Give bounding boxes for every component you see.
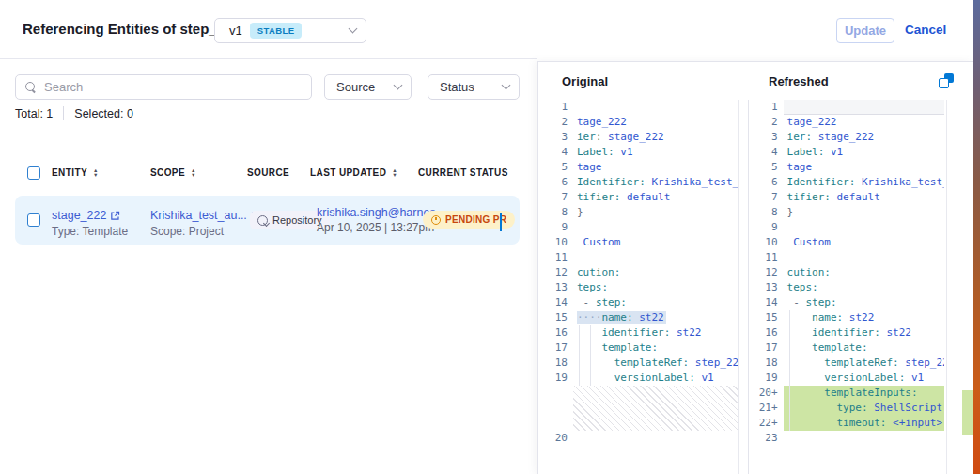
selected-count: Selected: 0 [74,107,133,120]
code-line: 21+ type: ShellScript [749,401,944,416]
cancel-button[interactable]: Cancel [905,23,946,37]
code-line: 9 [538,220,738,235]
page-edge-gradient [973,0,980,474]
line-number: 1 [749,100,784,115]
line-number: 12 [538,265,573,280]
chevron-down-icon [349,24,358,34]
line-number: 10 [538,235,573,250]
code-line: 11 [749,250,944,265]
code-text: cution: [573,265,738,280]
code-text [784,220,944,235]
line-number: 16 [749,325,784,340]
scope-type: Scope: Project [150,225,261,238]
code-line: 12cution: [538,265,738,280]
search-input[interactable] [44,80,302,94]
code-line: 13teps: [749,280,944,295]
code-line: 23 [749,431,944,446]
code-text: teps: [573,280,738,295]
line-number: 11 [749,250,784,265]
drawer-header: Referencing Entities of step_222 v1 STAB… [0,0,980,58]
status-filter-dropdown[interactable]: Status [428,74,520,100]
entity-cell: stage_222 Type: Template [52,206,128,238]
code-line: 18 templateRef: step_222 [749,356,944,371]
line-number: 11 [538,250,573,265]
line-number: 15 [749,310,784,325]
row-checkbox-cell [27,213,40,227]
code-text: versionLabel: v1 [784,371,944,386]
line-number: 13 [538,280,573,295]
table-row[interactable]: stage_222 Type: Template Krishika_test_a… [15,196,520,245]
clock-icon [431,215,441,225]
code-text: tage [573,160,738,175]
code-text [573,100,738,115]
sort-icon[interactable]: ▲▼ [191,168,196,177]
code-text: identifier: st22 [573,325,738,340]
source-filter-dropdown[interactable]: Source [324,74,412,100]
code-line: 5tage [749,160,944,175]
refreshed-code-editor[interactable]: 12tage_2223ier: stage_2224Label: v15tage… [748,100,973,474]
refreshed-code-lines: 12tage_2223ier: stage_2224Label: v15tage… [749,100,944,474]
code-line: 7tifier: default [538,190,738,205]
version-select[interactable]: v1 STABLE [214,18,366,43]
code-line: 2tage_222 [538,115,738,130]
chevron-right-icon[interactable] [500,213,502,231]
row-checkbox[interactable] [27,213,40,227]
code-text: ····name: st22 [573,310,738,325]
code-line: 19 versionLabel: v1 [749,371,944,386]
line-number: 21+ [749,401,784,416]
column-header-entity[interactable]: ENTITY ▲▼ [52,167,99,178]
line-number: 10 [749,235,784,250]
code-line: 14 - step: [749,295,944,310]
search-box[interactable] [15,74,312,100]
line-number: 9 [538,220,573,235]
header-divider [0,58,537,59]
code-text: Custom [573,235,738,250]
line-number: 3 [749,130,784,145]
line-number: 2 [749,115,784,130]
code-text: templateRef: step_222 [573,356,738,371]
original-code-editor[interactable]: 12tage_2223ier: stage_2224Label: v15tage… [538,100,748,474]
code-text [573,431,738,446]
update-button[interactable]: Update [836,18,894,43]
copy-icon[interactable] [939,73,954,88]
source-filter-label: Source [336,80,375,94]
code-text: tage_222 [784,115,944,130]
code-text: cution: [784,265,944,280]
column-header-last-updated[interactable]: LAST UPDATED ▲▼ [310,167,397,178]
external-link-icon [110,211,120,221]
line-number: 6 [749,175,784,190]
overview-ruler-added-marker [962,390,973,435]
code-text [573,220,738,235]
code-text: ier: stage_222 [573,130,738,145]
scope-cell: Krishika_test_au... Scope: Project [150,206,261,238]
refreshed-panel-title: Refreshed [769,74,829,88]
entity-link[interactable]: stage_222 [52,209,120,222]
code-line: 15 name: st22 [749,310,944,325]
code-text: versionLabel: v1 [573,371,738,386]
diff-placeholder-hatch [573,386,738,431]
line-number: 4 [538,145,573,160]
line-number: 15 [538,310,573,325]
code-text: Custom [784,235,944,250]
code-text: Identifier: Krishika_test_aut [784,175,944,190]
code-line: 1 [749,100,944,115]
select-all-checkbox[interactable] [27,166,40,180]
code-text: tage_222 [573,115,738,130]
scope-link[interactable]: Krishika_test_au... [150,209,261,222]
scrollbar-track[interactable] [738,100,739,474]
code-line: 4Label: v1 [749,145,944,160]
line-number: 8 [538,205,573,220]
code-line: 3ier: stage_222 [749,130,944,145]
sort-icon[interactable]: ▲▼ [392,168,397,177]
code-text: } [784,205,944,220]
line-number: 3 [538,130,573,145]
code-line: 16 identifier: st22 [749,325,944,340]
sort-icon[interactable]: ▲▼ [93,168,99,177]
row-expand-cell [500,215,502,232]
column-header-scope[interactable]: SCOPE ▲▼ [150,167,196,178]
table-header: ENTITY ▲▼ SCOPE ▲▼ SOURCE LAST UPDATED ▲… [15,162,520,186]
scrollbar-track[interactable] [946,100,947,474]
code-line: 9 [749,220,944,235]
totals-bar: Total: 1 Selected: 0 [15,106,133,120]
line-number: 18 [749,356,784,371]
